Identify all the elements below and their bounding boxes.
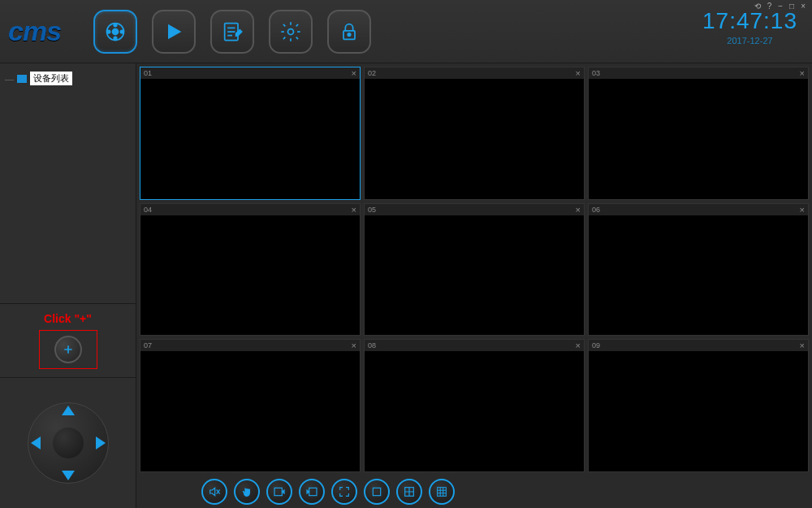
cell-header: 08× bbox=[365, 340, 584, 351]
main: — 设备列表 Click "+" bbox=[0, 63, 812, 508]
mute-icon bbox=[208, 485, 221, 498]
cell-header: 02× bbox=[365, 67, 584, 79]
settings-button[interactable] bbox=[269, 10, 313, 54]
video-cell-06[interactable]: 06× bbox=[588, 203, 809, 336]
cell-close-button[interactable]: × bbox=[352, 68, 356, 78]
ptz-pad bbox=[19, 394, 117, 492]
fullscreen-icon bbox=[338, 485, 351, 498]
video-cell-09[interactable]: 09× bbox=[588, 339, 809, 472]
ptz-up-button[interactable] bbox=[62, 406, 75, 415]
layout-1-button[interactable] bbox=[364, 479, 390, 505]
tree-root-label: 设备列表 bbox=[30, 72, 72, 85]
content: 01×02×03×04×05×06×07×08×09× bbox=[136, 63, 812, 508]
capture-out-button[interactable] bbox=[299, 479, 325, 505]
video-cell-01[interactable]: 01× bbox=[140, 67, 361, 200]
video-cell-05[interactable]: 05× bbox=[364, 203, 585, 336]
cell-close-button[interactable]: × bbox=[576, 68, 581, 78]
video-cell-04[interactable]: 04× bbox=[140, 203, 361, 336]
bottom-toolbar bbox=[136, 475, 812, 508]
layout-9-button[interactable] bbox=[429, 479, 455, 505]
cell-header: 01× bbox=[140, 67, 360, 79]
cell-id-label: 02 bbox=[368, 69, 376, 77]
cell-close-button[interactable]: × bbox=[800, 68, 805, 78]
cell-id-label: 09 bbox=[592, 341, 600, 350]
lock-button[interactable] bbox=[327, 10, 371, 54]
cell-header: 04× bbox=[140, 204, 360, 215]
svg-rect-11 bbox=[309, 488, 317, 495]
cell-id-label: 01 bbox=[144, 69, 152, 77]
hand-icon bbox=[240, 485, 253, 498]
close-window-button[interactable]: × bbox=[799, 2, 807, 11]
cell-header: 06× bbox=[589, 204, 808, 215]
cell-header: 05× bbox=[365, 204, 584, 215]
layout-4-button[interactable] bbox=[396, 479, 422, 505]
clock: 17:47:13 2017-12-27 bbox=[702, 8, 797, 46]
layout-1-icon bbox=[370, 485, 383, 498]
record-button[interactable] bbox=[93, 10, 137, 54]
cell-header: 09× bbox=[589, 340, 808, 351]
svg-point-3 bbox=[114, 37, 117, 40]
add-device-button[interactable] bbox=[54, 336, 82, 363]
record-icon bbox=[104, 20, 127, 43]
capture-in-button[interactable] bbox=[266, 479, 292, 505]
svg-point-7 bbox=[288, 28, 294, 34]
settings-icon bbox=[279, 20, 302, 43]
svg-rect-12 bbox=[373, 488, 380, 495]
cell-close-button[interactable]: × bbox=[800, 205, 805, 215]
cell-id-label: 06 bbox=[592, 206, 600, 214]
hint-area: Click "+" bbox=[0, 304, 136, 378]
cell-id-label: 05 bbox=[368, 206, 376, 214]
edit-icon bbox=[221, 20, 244, 43]
app-logo: cms bbox=[8, 15, 61, 47]
ptz-left-button[interactable] bbox=[31, 436, 41, 449]
cell-id-label: 04 bbox=[144, 206, 152, 214]
layout-4-icon bbox=[403, 485, 416, 498]
ptz-control bbox=[0, 378, 136, 508]
tree-root[interactable]: — 设备列表 bbox=[5, 72, 131, 85]
play-icon bbox=[162, 20, 185, 43]
ptz-right-button[interactable] bbox=[96, 436, 106, 449]
device-tree: — 设备列表 bbox=[0, 63, 136, 304]
cell-header: 07× bbox=[140, 340, 360, 351]
header-toolbar bbox=[93, 10, 371, 54]
cell-close-button[interactable]: × bbox=[352, 341, 356, 350]
svg-point-4 bbox=[107, 30, 110, 33]
hand-button[interactable] bbox=[234, 479, 260, 505]
svg-point-9 bbox=[348, 33, 351, 36]
tree-expand-icon: — bbox=[5, 74, 14, 84]
video-cell-03[interactable]: 03× bbox=[588, 67, 809, 200]
clock-date: 2017-12-27 bbox=[702, 36, 797, 46]
hint-text: Click "+" bbox=[8, 312, 127, 325]
video-cell-07[interactable]: 07× bbox=[140, 339, 361, 472]
fullscreen-button[interactable] bbox=[331, 479, 357, 505]
cell-close-button[interactable]: × bbox=[800, 341, 805, 350]
cell-header: 03× bbox=[589, 67, 808, 79]
capture-out-icon bbox=[305, 485, 318, 498]
cell-close-button[interactable]: × bbox=[352, 205, 356, 215]
svg-point-1 bbox=[113, 28, 119, 34]
svg-point-2 bbox=[114, 24, 117, 26]
cell-close-button[interactable]: × bbox=[576, 341, 581, 350]
folder-icon bbox=[17, 75, 27, 83]
video-cell-08[interactable]: 08× bbox=[364, 339, 585, 472]
edit-button[interactable] bbox=[210, 10, 254, 54]
ptz-center-button[interactable] bbox=[53, 428, 84, 458]
lock-icon bbox=[338, 20, 361, 43]
capture-in-icon bbox=[273, 485, 286, 498]
ptz-down-button[interactable] bbox=[62, 471, 75, 480]
play-button[interactable] bbox=[152, 10, 196, 54]
clock-time: 17:47:13 bbox=[702, 8, 797, 34]
svg-rect-10 bbox=[274, 488, 282, 495]
header: cms ⟲ ? − □ × 17:47:13 2017-12-27 bbox=[0, 0, 812, 63]
sidebar: — 设备列表 Click "+" bbox=[0, 63, 136, 508]
cell-id-label: 08 bbox=[368, 341, 376, 350]
cell-close-button[interactable]: × bbox=[576, 205, 581, 215]
svg-point-5 bbox=[120, 30, 123, 33]
svg-rect-14 bbox=[438, 488, 447, 497]
layout-9-icon bbox=[435, 485, 448, 498]
video-cell-02[interactable]: 02× bbox=[364, 67, 585, 200]
video-grid: 01×02×03×04×05×06×07×08×09× bbox=[136, 63, 812, 475]
cell-id-label: 03 bbox=[592, 69, 600, 77]
mute-button[interactable] bbox=[201, 479, 227, 505]
plus-icon bbox=[62, 343, 75, 356]
